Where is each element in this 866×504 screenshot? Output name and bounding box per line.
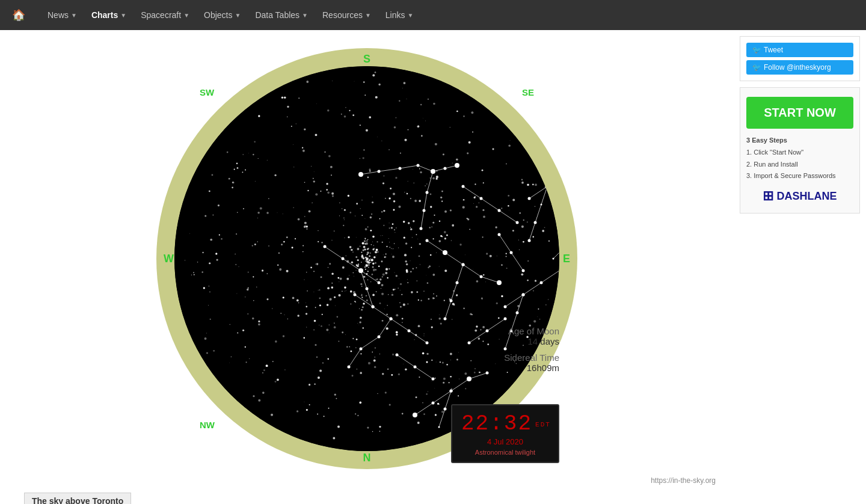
svg-line-85 [361,271,379,283]
svg-line-31 [391,319,409,331]
resources-dropdown-arrow: ▼ [365,12,371,19]
svg-line-59 [415,403,433,415]
svg-point-98 [504,306,507,309]
svg-point-130 [431,169,435,174]
svg-line-1 [379,168,400,171]
svg-point-7 [378,170,381,173]
svg-point-80 [541,204,542,206]
svg-line-114 [415,367,433,379]
main-content: S N E W SE SW NE NW Age of Moon [0,30,734,504]
nav-resources[interactable]: Resources ▼ [315,0,378,30]
svg-line-22 [379,319,391,337]
svg-line-24 [349,349,361,367]
svg-line-108 [469,331,487,343]
compass-label-w: W [164,253,174,265]
svg-line-38 [463,265,481,277]
dashlane-ad: START NOW 3 Easy Steps 1. Click "Start N… [740,87,860,214]
svg-point-112 [504,318,507,321]
svg-point-70 [450,390,453,393]
svg-line-91 [367,289,373,307]
svg-point-49 [456,281,459,284]
sidebar: 🐦 Tweet 🐦 Follow @intheskyorg START NOW … [734,30,866,504]
nav-objects[interactable]: Objects ▼ [197,0,248,30]
svg-line-37 [445,253,463,265]
svg-point-126 [462,185,465,188]
home-button[interactable]: 🏠 [6,4,31,26]
svg-line-0 [361,171,379,174]
svg-point-35 [426,342,429,345]
svg-point-104 [522,293,525,297]
nav-data-tables[interactable]: Data Tables ▼ [248,0,315,30]
svg-point-25 [354,293,357,297]
svg-point-82 [528,239,531,242]
svg-point-87 [342,257,345,260]
svg-line-78 [535,204,541,223]
svg-line-46 [451,283,457,301]
svg-point-129 [516,221,519,224]
svg-point-17 [426,191,429,194]
compass-label-se: SE [522,87,534,97]
spacecraft-dropdown-arrow: ▼ [183,12,189,19]
svg-point-116 [414,366,417,369]
svg-point-43 [480,275,483,278]
svg-point-51 [444,318,447,321]
svg-point-133 [443,250,447,255]
svg-point-100 [540,281,543,284]
start-now-button[interactable]: START NOW [746,97,853,129]
svg-point-122 [522,269,525,272]
nav-news[interactable]: News ▼ [40,0,84,30]
charts-dropdown-arrow: ▼ [120,12,126,19]
svg-line-60 [433,391,451,403]
svg-point-64 [432,402,435,405]
svg-point-135 [413,413,417,417]
svg-point-11 [444,167,447,170]
svg-line-21 [373,307,391,319]
dashlane-logo: ⊞ DASHLANE [763,188,837,204]
svg-point-67 [486,372,489,375]
nav-charts[interactable]: Charts ▼ [84,0,134,30]
svg-line-95 [505,295,523,307]
svg-line-61 [451,379,469,391]
clock-status: Astronomical twilight [461,449,549,456]
svg-point-138 [467,376,471,381]
svg-line-23 [361,337,379,349]
svg-point-105 [516,312,519,315]
svg-line-97 [541,271,559,283]
tweet-button[interactable]: 🐦 Tweet [746,43,853,57]
news-dropdown-arrow: ▼ [71,12,77,19]
sidereal-time-label: Sidereal Time [504,352,559,363]
svg-point-137 [358,268,363,273]
svg-line-74 [547,174,559,186]
svg-line-79 [529,223,535,241]
svg-line-96 [523,283,541,295]
svg-point-9 [417,164,420,167]
svg-point-117 [432,378,435,381]
svg-point-33 [390,318,393,321]
svg-line-125 [499,211,517,223]
svg-point-28 [378,336,381,339]
nav-links[interactable]: Links ▼ [378,0,421,30]
svg-point-121 [510,251,513,254]
svg-line-101 [517,295,523,313]
nav-spacecraft[interactable]: Spacecraft ▼ [134,0,197,30]
clock-timezone: EDT [535,421,551,428]
dashlane-icon: ⊞ [763,188,773,204]
svg-point-132 [455,163,459,168]
svg-point-72 [438,426,440,428]
compass-label-n: N [363,452,371,464]
links-dropdown-arrow: ▼ [408,12,414,19]
compass-label-s: S [363,53,370,66]
svg-line-3 [418,165,433,171]
svg-line-36 [427,241,445,253]
svg-point-48 [462,263,465,266]
svg-point-19 [420,227,423,230]
svg-point-56 [553,258,554,260]
follow-button[interactable]: 🐦 Follow @intheskyorg [746,60,853,75]
svg-line-69 [439,409,445,427]
clock-display: 22:32 EDT 4 Jul 2020 Astronomical twilig… [451,404,559,463]
svg-point-131 [358,172,363,177]
svg-point-71 [444,408,447,411]
svg-point-30 [348,366,351,369]
svg-point-127 [480,197,483,200]
svg-point-136 [545,184,550,189]
